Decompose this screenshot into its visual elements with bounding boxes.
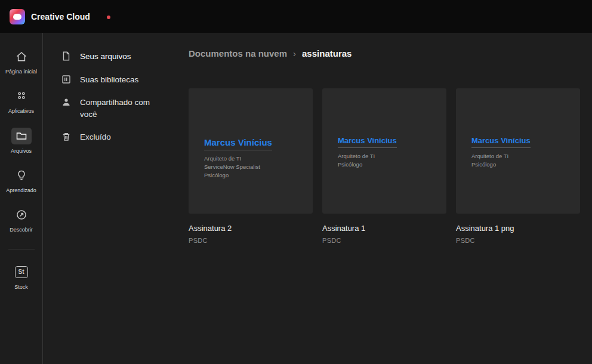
file-thumbnail: Marcus Vinícius Arquiteto de TI Psicólog… xyxy=(456,88,580,214)
subnav-item-label: Compartilhado com você xyxy=(80,97,158,120)
file-thumbnail: Marcus Vinícius Arquiteto de TI ServiceN… xyxy=(189,88,313,214)
preview-line: Psicólogo xyxy=(471,161,580,169)
person-icon xyxy=(61,97,72,107)
breadcrumb-parent[interactable]: Documentos na nuvem xyxy=(189,48,287,58)
cloud-glyph xyxy=(13,14,21,20)
file-type-badge: PSDC xyxy=(189,237,313,244)
sidebar-item-apps[interactable]: Aplicativos xyxy=(1,88,42,114)
stock-icon: St xyxy=(11,264,32,280)
left-rail: Página inicial Aplicativos Arquivos xyxy=(0,33,43,364)
file-title: Assinatura 1 xyxy=(322,224,446,233)
file-card[interactable]: Marcus Vinícius Arquiteto de TI ServiceN… xyxy=(189,88,313,244)
subnav-item-your-libraries[interactable]: Suas bibliotecas xyxy=(61,74,173,86)
trash-icon xyxy=(61,131,72,142)
file-type-badge: PSDC xyxy=(456,237,580,244)
breadcrumb-separator-icon: › xyxy=(293,48,296,58)
sidebar-item-stock[interactable]: St Stock xyxy=(1,264,42,290)
sidebar-item-label: Arquivos xyxy=(11,148,32,154)
sidebar-item-home[interactable]: Página inicial xyxy=(1,48,42,75)
subnav-item-deleted[interactable]: Excluído xyxy=(61,131,173,143)
preview-line: Psicólogo xyxy=(338,161,446,169)
preview-line: Arquiteto de TI xyxy=(204,155,313,163)
preview-line: Psicólogo xyxy=(204,171,313,180)
preview-name: Marcus Vinicius xyxy=(338,136,397,148)
lightbulb-icon xyxy=(11,167,32,184)
file-grid: Marcus Vinícius Arquiteto de TI ServiceN… xyxy=(189,88,592,244)
apps-grid-icon xyxy=(11,88,32,104)
stock-badge: St xyxy=(15,266,28,278)
library-icon xyxy=(61,74,72,85)
sidebar-item-label: Descobrir xyxy=(10,227,33,233)
preview-name: Marcus Vinícius xyxy=(204,137,272,150)
preview-line: Arquiteto de TI xyxy=(471,152,580,161)
app-title: Creative Cloud xyxy=(31,12,90,21)
top-bar: Creative Cloud xyxy=(0,0,592,33)
sidebar-item-label: Aprendizado xyxy=(6,187,36,193)
file-title: Assinatura 2 xyxy=(189,224,313,233)
document-icon xyxy=(61,51,72,61)
subnav-item-label: Suas bibliotecas xyxy=(80,74,138,86)
rail-divider xyxy=(8,249,35,249)
folder-icon xyxy=(11,128,32,144)
sidebar-item-files[interactable]: Arquivos xyxy=(1,128,42,154)
sidebar-item-label: Stock xyxy=(14,284,28,290)
main-content: Documentos na nuvem › assinaturas Marcus… xyxy=(173,33,592,364)
notification-dot xyxy=(107,16,110,19)
breadcrumb-current: assinaturas xyxy=(302,48,352,58)
subnav-item-label: Seus arquivos xyxy=(80,51,131,63)
creative-cloud-logo-icon[interactable] xyxy=(10,9,25,24)
preview-line: Arquiteto de TI xyxy=(338,152,446,161)
subnav-item-label: Excluído xyxy=(80,131,111,143)
preview-name: Marcus Vinícius xyxy=(471,136,531,148)
files-subnav: Seus arquivos Suas bibliotecas Compartil… xyxy=(43,33,173,364)
discover-compass-icon xyxy=(11,206,32,223)
file-title: Assinatura 1 png xyxy=(456,224,580,233)
file-card[interactable]: Marcus Vinicius Arquiteto de TI Psicólog… xyxy=(322,88,446,244)
file-type-badge: PSDC xyxy=(322,237,446,244)
breadcrumb: Documentos na nuvem › assinaturas xyxy=(189,48,592,58)
sidebar-item-learn[interactable]: Aprendizado xyxy=(1,167,42,193)
sidebar-item-discover[interactable]: Descobrir xyxy=(1,206,42,233)
home-icon xyxy=(11,48,32,65)
preview-line: ServiceNow Specialist xyxy=(204,163,313,171)
file-card[interactable]: Marcus Vinícius Arquiteto de TI Psicólog… xyxy=(456,88,580,244)
subnav-item-shared-with-you[interactable]: Compartilhado com você xyxy=(61,97,173,120)
sidebar-item-label: Página inicial xyxy=(5,69,37,75)
file-thumbnail: Marcus Vinicius Arquiteto de TI Psicólog… xyxy=(322,88,446,214)
sidebar-item-label: Aplicativos xyxy=(8,108,34,114)
subnav-item-your-files[interactable]: Seus arquivos xyxy=(61,51,173,63)
